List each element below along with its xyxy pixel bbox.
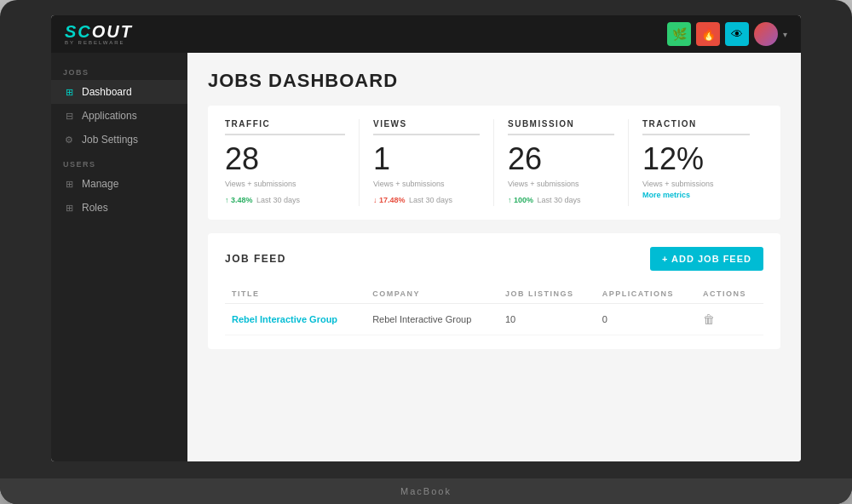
sidebar-item-dashboard[interactable]: ⊞ Dashboard bbox=[51, 80, 187, 104]
sidebar: JOBS ⊞ Dashboard ⊟ Applications ⚙ Job Se… bbox=[51, 53, 187, 461]
top-bar-right: 🌿 🔥 👁 ▾ bbox=[667, 22, 787, 46]
laptop-wrapper: SCOUT BY REBELWARE 🌿 🔥 👁 ▾ JOBS bbox=[0, 0, 852, 504]
stat-traction-value: 12% bbox=[642, 144, 750, 175]
stat-traffic-change: ↑ 3.48% bbox=[225, 196, 253, 204]
stat-traffic: TRAFFIC 28 Views + submissions ↑ 3.48% L… bbox=[225, 119, 360, 206]
feed-header: JOB FEED + ADD JOB FEED bbox=[225, 247, 763, 271]
row-company: Rebel Interactive Group bbox=[366, 304, 498, 335]
add-job-feed-button[interactable]: + ADD JOB FEED bbox=[650, 247, 763, 271]
col-job-listings: JOB LISTINGS bbox=[498, 284, 596, 304]
col-company: COMPANY bbox=[366, 284, 498, 304]
flame-icon[interactable]: 🔥 bbox=[696, 22, 720, 46]
stat-traffic-period: Last 30 days bbox=[256, 196, 300, 204]
row-title[interactable]: Rebel Interactive Group bbox=[225, 304, 366, 335]
stat-views-change: ↓ 17.48% bbox=[373, 196, 406, 204]
laptop-brand-label: MacBook bbox=[400, 486, 452, 496]
stat-traffic-value: 28 bbox=[225, 144, 345, 175]
stat-views-value: 1 bbox=[373, 144, 480, 175]
stat-views-label: VIEWS bbox=[373, 119, 480, 135]
dashboard-icon: ⊞ bbox=[63, 86, 75, 98]
sidebar-item-label: Applications bbox=[82, 110, 137, 122]
eye-icon[interactable]: 👁 bbox=[725, 22, 749, 46]
stat-views-sub: Views + submissions bbox=[373, 180, 480, 188]
stat-submission-sub: Views + submissions bbox=[508, 180, 614, 188]
stat-traction-sub: Views + submissions bbox=[642, 180, 750, 188]
sidebar-item-label: Manage bbox=[82, 178, 118, 190]
sidebar-item-roles[interactable]: ⊞ Roles bbox=[51, 196, 187, 220]
feed-title: JOB FEED bbox=[225, 253, 286, 265]
chevron-down-icon: ▾ bbox=[783, 30, 787, 39]
sidebar-item-manage[interactable]: ⊞ Manage bbox=[51, 172, 187, 196]
col-title: TITLE bbox=[225, 284, 366, 304]
main-layout: JOBS ⊞ Dashboard ⊟ Applications ⚙ Job Se… bbox=[51, 53, 801, 461]
stat-submission-label: SUBMISSION bbox=[508, 119, 614, 135]
col-actions: ACTIONS bbox=[696, 284, 763, 304]
stat-submission: SUBMISSION 26 Views + submissions ↑ 100%… bbox=[494, 119, 629, 206]
logo-sub: BY REBELWARE bbox=[65, 40, 125, 45]
avatar[interactable] bbox=[754, 22, 778, 46]
sidebar-item-label: Job Settings bbox=[82, 134, 138, 146]
row-applications: 0 bbox=[596, 304, 696, 335]
manage-icon: ⊞ bbox=[63, 178, 75, 190]
row-action[interactable]: 🗑 bbox=[696, 304, 763, 335]
job-feed-card: JOB FEED + ADD JOB FEED TITLE COMPANY JO… bbox=[208, 233, 780, 349]
laptop-screen: SCOUT BY REBELWARE 🌿 🔥 👁 ▾ JOBS bbox=[51, 15, 801, 461]
stat-submission-change: ↑ 100% bbox=[508, 196, 533, 204]
logo-text: SCOUT bbox=[65, 23, 133, 40]
gear-icon: ⚙ bbox=[63, 134, 75, 146]
logo: SCOUT BY REBELWARE bbox=[65, 23, 133, 45]
laptop-bottom: MacBook bbox=[0, 478, 852, 504]
table-header-row: TITLE COMPANY JOB LISTINGS APPLICATIONS … bbox=[225, 284, 763, 304]
sidebar-item-label: Roles bbox=[82, 202, 108, 214]
app-container: SCOUT BY REBELWARE 🌿 🔥 👁 ▾ JOBS bbox=[51, 15, 801, 461]
applications-icon: ⊟ bbox=[63, 110, 75, 122]
stat-submission-period: Last 30 days bbox=[537, 196, 580, 204]
roles-icon: ⊞ bbox=[63, 202, 75, 214]
stat-traffic-label: TRAFFIC bbox=[225, 119, 345, 135]
sidebar-item-label: Dashboard bbox=[82, 86, 132, 98]
top-bar: SCOUT BY REBELWARE 🌿 🔥 👁 ▾ bbox=[51, 15, 801, 53]
stats-card: TRAFFIC 28 Views + submissions ↑ 3.48% L… bbox=[208, 106, 780, 220]
sidebar-section-jobs: JOBS bbox=[51, 60, 187, 80]
stat-traction-label: TRACTION bbox=[642, 119, 750, 135]
row-job-listings: 10 bbox=[498, 304, 596, 335]
sidebar-item-applications[interactable]: ⊟ Applications bbox=[51, 104, 187, 128]
leaf-icon[interactable]: 🌿 bbox=[667, 22, 691, 46]
table-row: Rebel Interactive Group Rebel Interactiv… bbox=[225, 304, 763, 335]
stat-traction: TRACTION 12% Views + submissions More me… bbox=[629, 119, 763, 206]
content-area: JOBS DASHBOARD TRAFFIC 28 Views + submis… bbox=[187, 53, 801, 461]
more-metrics-link[interactable]: More metrics bbox=[642, 191, 750, 199]
stat-views-period: Last 30 days bbox=[409, 196, 452, 204]
stat-submission-value: 26 bbox=[508, 144, 614, 175]
page-title: JOBS DASHBOARD bbox=[208, 70, 780, 92]
col-applications: APPLICATIONS bbox=[596, 284, 696, 304]
sidebar-item-job-settings[interactable]: ⚙ Job Settings bbox=[51, 128, 187, 152]
job-feed-table: TITLE COMPANY JOB LISTINGS APPLICATIONS … bbox=[225, 284, 763, 335]
delete-icon[interactable]: 🗑 bbox=[703, 312, 715, 326]
sidebar-section-users: USERS bbox=[51, 152, 187, 172]
stat-views: VIEWS 1 Views + submissions ↓ 17.48% Las… bbox=[360, 119, 494, 206]
stat-traffic-sub: Views + submissions bbox=[225, 180, 345, 188]
